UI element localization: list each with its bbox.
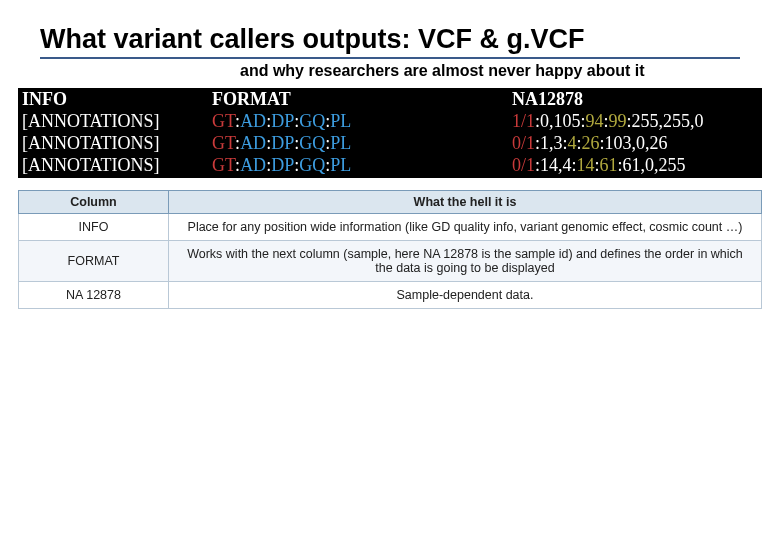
vcf-token: DP <box>271 111 294 131</box>
vcf-cell-info: [ANNOTATIONS] <box>22 110 212 132</box>
explain-cell-desc: Place for any position wide information … <box>169 214 762 241</box>
vcf-cell-sample: 0/1:1,3:4:26:103,0,26 <box>512 132 762 154</box>
vcf-token: AD <box>240 111 266 131</box>
vcf-token: PL <box>330 133 351 153</box>
vcf-cell-format: GT:AD:DP:GQ:PL <box>212 110 512 132</box>
vcf-cell-sample: 0/1:14,4:14:61:61,0,255 <box>512 154 762 176</box>
vcf-terminal: INFO FORMAT NA12878 [ANNOTATIONS]GT:AD:D… <box>18 88 762 178</box>
vcf-token: 255,255,0 <box>632 111 704 131</box>
explain-header-column: Column <box>19 191 169 214</box>
vcf-token: GT <box>212 155 235 175</box>
vcf-header-sample: NA12878 <box>512 88 762 110</box>
table-row: INFOPlace for any position wide informat… <box>19 214 762 241</box>
vcf-token: 103,0,26 <box>605 133 668 153</box>
explain-cell-desc: Works with the next column (sample, here… <box>169 241 762 282</box>
vcf-token: GQ <box>299 111 325 131</box>
vcf-data-row: [ANNOTATIONS]GT:AD:DP:GQ:PL0/1:1,3:4:26:… <box>22 132 762 154</box>
vcf-token: 61 <box>600 155 618 175</box>
vcf-token: 94 <box>586 111 604 131</box>
vcf-token: AD <box>240 155 266 175</box>
vcf-token: PL <box>330 155 351 175</box>
vcf-cell-info: [ANNOTATIONS] <box>22 154 212 176</box>
vcf-token: DP <box>271 155 294 175</box>
vcf-data-row: [ANNOTATIONS]GT:AD:DP:GQ:PL0/1:14,4:14:6… <box>22 154 762 176</box>
explain-cell-desc: Sample-dependent data. <box>169 282 762 309</box>
explain-cell-column: NA 12878 <box>19 282 169 309</box>
vcf-token: 99 <box>609 111 627 131</box>
vcf-cell-sample: 1/1:0,105:94:99:255,255,0 <box>512 110 762 132</box>
explain-cell-column: INFO <box>19 214 169 241</box>
vcf-token: 4 <box>568 133 577 153</box>
vcf-header-format: FORMAT <box>212 88 512 110</box>
vcf-cell-format: GT:AD:DP:GQ:PL <box>212 132 512 154</box>
slide-title: What variant callers outputs: VCF & g.VC… <box>40 24 740 59</box>
vcf-data-row: [ANNOTATIONS]GT:AD:DP:GQ:PL1/1:0,105:94:… <box>22 110 762 132</box>
vcf-token: GT <box>212 133 235 153</box>
vcf-token: 0,105 <box>540 111 581 131</box>
vcf-cell-format: GT:AD:DP:GQ:PL <box>212 154 512 176</box>
explain-cell-column: FORMAT <box>19 241 169 282</box>
explain-header-desc: What the hell it is <box>169 191 762 214</box>
vcf-header-row: INFO FORMAT NA12878 <box>22 88 762 110</box>
vcf-token: 61,0,255 <box>623 155 686 175</box>
vcf-token: 0/1 <box>512 133 535 153</box>
table-row: NA 12878Sample-dependent data. <box>19 282 762 309</box>
vcf-token: 1,3 <box>540 133 563 153</box>
vcf-cell-info: [ANNOTATIONS] <box>22 132 212 154</box>
vcf-token: DP <box>271 133 294 153</box>
vcf-token: GQ <box>299 133 325 153</box>
slide-subtitle: and why researchers are almost never hap… <box>240 62 645 80</box>
vcf-token: GQ <box>299 155 325 175</box>
vcf-header-info: INFO <box>22 88 212 110</box>
table-row: FORMATWorks with the next column (sample… <box>19 241 762 282</box>
explain-table: Column What the hell it is INFOPlace for… <box>18 190 762 309</box>
vcf-token: 14,4 <box>540 155 572 175</box>
vcf-token: 0/1 <box>512 155 535 175</box>
vcf-token: GT <box>212 111 235 131</box>
vcf-token: PL <box>330 111 351 131</box>
vcf-token: AD <box>240 133 266 153</box>
vcf-token: 26 <box>582 133 600 153</box>
vcf-token: 14 <box>577 155 595 175</box>
vcf-token: 1/1 <box>512 111 535 131</box>
